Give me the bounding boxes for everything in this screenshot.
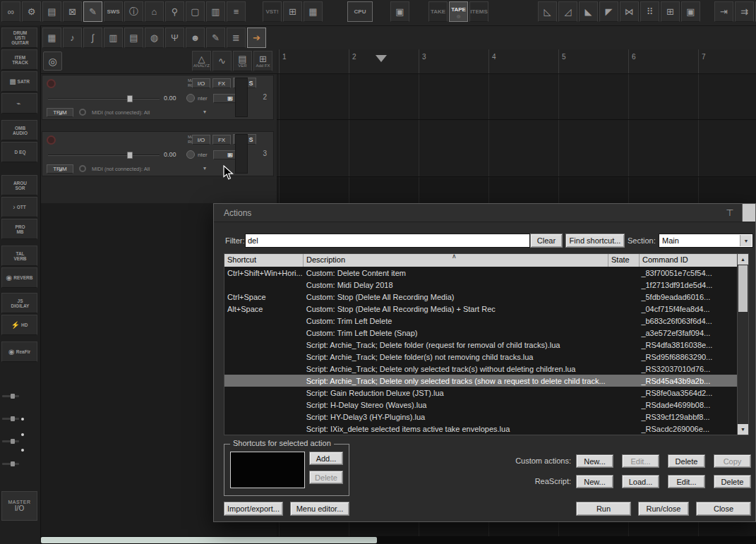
io-button[interactable]: I/O (192, 135, 210, 145)
action-row[interactable]: Script: H-Delay Stereo (Waves).lua _RSda… (224, 399, 737, 411)
person-icon[interactable]: ☻ (186, 28, 205, 48)
trim-button[interactable]: ◢ TRIM (47, 108, 73, 117)
action-row[interactable]: Script: Gain Reduction Deluxe (JST).lua … (224, 387, 737, 399)
mini-fader-thumb[interactable] (11, 461, 15, 466)
shortcut-listbox[interactable] (230, 452, 305, 488)
pin-icon[interactable]: ⊤ (724, 207, 736, 219)
fx-audio-button[interactable]: OMB AUDIO (1, 120, 37, 140)
midi-ring-icon[interactable] (79, 165, 86, 172)
crossfade-icon[interactable]: ⋈ (620, 1, 639, 22)
clear-button[interactable]: Clear (530, 234, 563, 248)
pencil-icon[interactable]: ✎ (206, 28, 225, 48)
import-export-button[interactable]: Import/export... (224, 502, 283, 516)
analyze-button[interactable]: △ ANALYZ (192, 51, 211, 71)
fx-pro-mb-button[interactable]: PRO MB (1, 219, 37, 239)
fx-hd-button[interactable]: ⚡ HD (1, 315, 37, 335)
fx-reverb-button[interactable]: ◉ REVERB (1, 267, 37, 288)
custom-edit-button[interactable]: Edit... (622, 454, 659, 468)
mini-fader[interactable] (2, 463, 19, 465)
volume-fader[interactable] (48, 152, 160, 159)
mini-fader-thumb[interactable] (11, 394, 15, 399)
web-icon[interactable]: ◍ (145, 28, 164, 48)
mini-fader-thumb[interactable] (11, 439, 15, 444)
scroll-up-icon[interactable]: ▲ (738, 254, 748, 265)
custom-copy-button[interactable]: Copy (714, 454, 751, 468)
record-arm-knob[interactable] (47, 79, 56, 88)
section-dropdown[interactable]: Main ▼ (659, 234, 753, 248)
add-shortcut-button[interactable]: Add... (309, 452, 343, 465)
record-arm-knob[interactable] (47, 135, 56, 145)
tape-button[interactable]: TAPE ◎ (449, 1, 468, 22)
pan-knob[interactable] (186, 150, 195, 159)
add-fx-button[interactable]: ⊞ Add FX (253, 51, 272, 71)
cpu-button[interactable]: CPU (347, 1, 373, 22)
custom-new-button[interactable]: New... (576, 454, 613, 468)
reascript-delete-button[interactable]: Delete (714, 475, 751, 488)
find-shortcut-button[interactable]: Find shortcut... (565, 234, 625, 248)
export-icon[interactable]: ⇥ (714, 1, 733, 22)
io-button[interactable]: I/O (192, 78, 210, 88)
reascript-new-button[interactable]: New... (576, 475, 613, 488)
home-icon[interactable]: ⌂ (145, 1, 164, 22)
fx-js-digilay-button[interactable]: JS DIGILAY (1, 293, 37, 313)
mini-fader[interactable] (2, 418, 19, 420)
env-down-icon[interactable]: ◣ (579, 1, 598, 22)
take-button[interactable]: TAKE (428, 1, 448, 22)
column-header-shortcut[interactable]: Shortcut (224, 254, 304, 267)
render-arrow-button[interactable]: ➔ (247, 28, 266, 48)
item-group-icon[interactable]: ⊞ (283, 1, 302, 22)
filter-input[interactable] (245, 234, 530, 248)
action-row[interactable]: Script: HY-Delay3 (HY-Plugins).lua _RS39… (224, 411, 737, 423)
track-lane[interactable] (277, 74, 756, 120)
drum-editor-icon[interactable]: ▦ (42, 28, 61, 48)
fx-reafir-button[interactable]: ◉ ReaFir (1, 341, 37, 362)
midi-dropdown-caret[interactable]: ▾ (203, 109, 206, 115)
action-row[interactable]: Ctrl+Space Custom: Stop (Delete All Reco… (224, 291, 737, 303)
fade-in-icon[interactable]: ◺ (538, 1, 557, 22)
guitar-icon[interactable]: ∫ (83, 28, 102, 48)
volume-fader[interactable] (48, 95, 160, 102)
scroll-down-icon[interactable]: ▼ (738, 424, 748, 435)
action-row[interactable]: Custom: Midi Delay 2018 _1f2713df91de5d4… (224, 279, 737, 291)
fx-ott-button[interactable]: › OTT (1, 197, 37, 217)
action-row[interactable]: Script: Archie_Track; Delete only select… (224, 363, 737, 375)
insert-item-icon[interactable]: ⊞ (661, 1, 680, 22)
env-up-icon[interactable]: ◤ (599, 1, 618, 22)
routing-icon[interactable]: ∞ (1, 1, 20, 22)
custom-delete-button[interactable]: Delete (668, 454, 705, 468)
horizontal-scrollbar-thumb[interactable] (41, 537, 377, 543)
duplicate-item-icon[interactable]: ▣ (681, 1, 700, 22)
grid-dots-icon[interactable]: ⠿ (640, 1, 659, 22)
edit-cursor-marker[interactable] (376, 55, 387, 62)
vertical-scrollbar[interactable]: ▲ ▼ (737, 254, 748, 435)
action-row[interactable]: Script: Archie_Track; Delete only select… (224, 375, 737, 387)
mic-icon[interactable]: Ψ (165, 28, 184, 48)
mini-fader[interactable] (2, 440, 19, 442)
fx-button[interactable]: FX (212, 78, 231, 88)
close-button[interactable]: Close (696, 502, 751, 516)
info-icon[interactable]: ⓘ (124, 1, 143, 22)
action-row[interactable]: Script: Archie_Track; Delete folder(s) n… (224, 351, 737, 363)
reascript-edit-button[interactable]: Edit... (668, 475, 705, 488)
screen-icon[interactable]: ▣ (390, 1, 409, 22)
midi-edit-icon[interactable]: ♪ (63, 28, 82, 48)
midi-ring-icon[interactable] (79, 109, 86, 116)
reascript-load-button[interactable]: Load... (622, 475, 659, 488)
menu-editor-button[interactable]: Menu editor... (290, 502, 349, 516)
fx-tal-verb-button[interactable]: TAL VERB (1, 246, 37, 266)
meter-bars-icon[interactable]: ▥ (206, 1, 225, 22)
action-row[interactable]: Custom: Trim Left Delete _b683c26f063f6d… (224, 315, 737, 327)
column-header-state[interactable]: State (608, 254, 640, 267)
fx-button[interactable]: FX (212, 135, 231, 145)
action-row[interactable]: Ctrl+Shift+Win+Hori... Custom: Delete Co… (224, 267, 737, 279)
mini-fader[interactable] (2, 395, 19, 397)
pan-knob[interactable] (186, 94, 195, 102)
fx-eq-button[interactable]: D EQ (1, 142, 37, 162)
chevron-down-icon[interactable]: ▼ (740, 235, 752, 246)
timeline-ruler[interactable]: 1234567 (277, 49, 756, 74)
titlebar-corner-button[interactable] (742, 204, 755, 222)
trim-button[interactable]: ◢ TRIM (47, 164, 73, 174)
ver-button[interactable]: ▤ VER (233, 51, 252, 71)
mixer-icon[interactable]: ≡ (227, 1, 246, 22)
master-io-button[interactable]: MASTER I/O (1, 491, 37, 521)
